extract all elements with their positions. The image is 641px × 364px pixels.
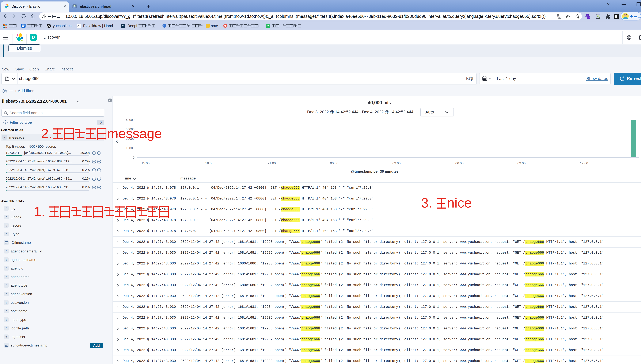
svg-text:11: 11 <box>587 16 590 19</box>
svg-text:A: A <box>559 16 560 18</box>
